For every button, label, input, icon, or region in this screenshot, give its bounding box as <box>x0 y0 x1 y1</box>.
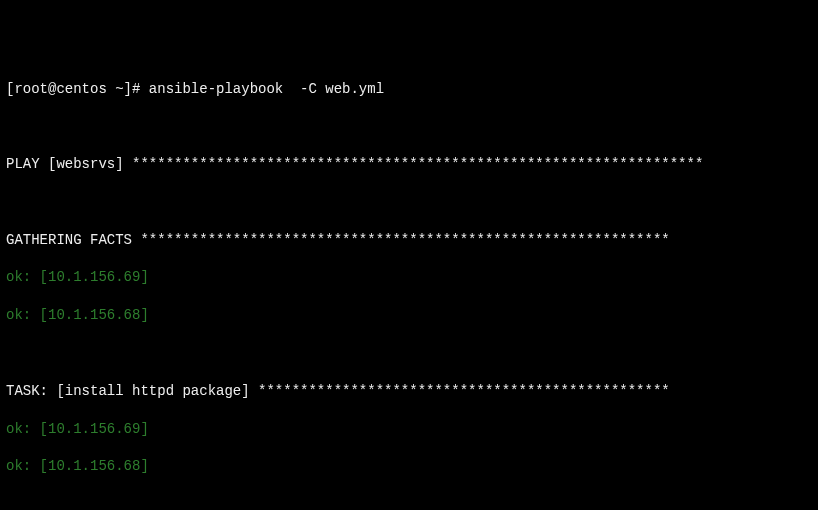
blank-line <box>6 117 812 136</box>
command-line: [root@centos ~]# ansible-playbook -C web… <box>6 80 812 99</box>
gathering-facts-header: GATHERING FACTS ************************… <box>6 231 812 250</box>
ok-status-line: ok: [10.1.156.69] <box>6 268 812 287</box>
blank-line <box>6 344 812 363</box>
play-header: PLAY [websrvs] *************************… <box>6 155 812 174</box>
ok-status-line: ok: [10.1.156.68] <box>6 306 812 325</box>
ok-status-line: ok: [10.1.156.69] <box>6 420 812 439</box>
blank-line <box>6 193 812 212</box>
task-header: TASK: [install httpd package] **********… <box>6 382 812 401</box>
ok-status-line: ok: [10.1.156.68] <box>6 457 812 476</box>
blank-line <box>6 495 812 510</box>
